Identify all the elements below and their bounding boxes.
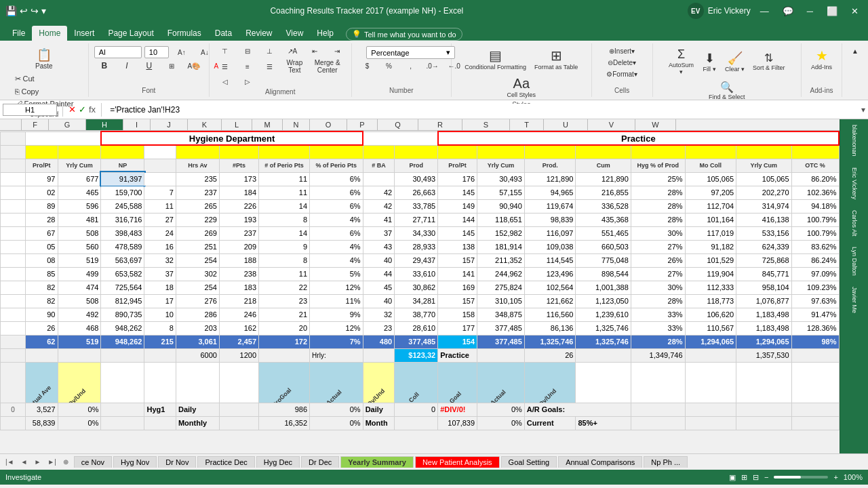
percent-btn[interactable]: % [379, 61, 399, 71]
col-header-p[interactable]: P [347, 119, 378, 130]
col-header-g[interactable]: G [49, 119, 86, 130]
number-format-dropdown[interactable]: Percentage ▾ [366, 46, 455, 59]
orientation-btn[interactable]: ↗A [282, 46, 302, 56]
view-layout-btn[interactable]: ⊞ [741, 473, 747, 482]
next-tab-btn[interactable]: ► [31, 457, 43, 467]
prev-tab-btn[interactable]: ◄ [18, 457, 31, 467]
right-panel-item-1[interactable]: blakenonan [850, 122, 859, 159]
spreadsheet-scroll-area[interactable]: Hygiene Department Practice [0, 131, 840, 453]
close-btn[interactable]: ✕ [847, 5, 863, 18]
tab-goal-setting[interactable]: Goal Setting [501, 456, 557, 468]
tab-dr-nov[interactable]: Dr Nov [158, 456, 196, 468]
currency-btn[interactable]: $ [357, 61, 378, 71]
right-panel-item-2[interactable]: Eric Vickery [850, 165, 859, 202]
insert-cells-btn[interactable]: ⊕ Insert▾ [606, 46, 637, 56]
font-size-box[interactable]: 10 [144, 46, 169, 58]
right-panel-item-4[interactable]: Lyn Dalton [850, 244, 859, 279]
border-btn[interactable]: ⊞ [161, 61, 182, 71]
col-header-v[interactable]: V [588, 119, 635, 130]
align-right-btn[interactable]: ☰ [260, 62, 280, 72]
save-quick-btn[interactable]: 💾 [5, 5, 17, 16]
right-panel-item-3[interactable]: Carlos Alt [850, 207, 859, 239]
tab-hyg-nov[interactable]: Hyg Nov [113, 456, 157, 468]
col-header-k[interactable]: K [188, 119, 222, 130]
indent-increase-btn[interactable]: ⇥ [327, 46, 347, 56]
bold-btn[interactable]: B [94, 60, 115, 72]
ribbon-collapse-btn[interactable]: — [756, 5, 773, 18]
col-header-f[interactable]: F [22, 119, 49, 130]
view-normal-btn[interactable]: ▣ [729, 473, 736, 482]
col-header-s[interactable]: S [462, 119, 510, 130]
delete-cells-btn[interactable]: ⊖ Delete▾ [605, 58, 639, 68]
align-center-btn[interactable]: ≡ [237, 62, 258, 72]
col-header-w[interactable]: W [635, 119, 676, 130]
format-as-table-btn[interactable]: ⊞ Format as Table [532, 46, 580, 72]
tab-annual-comparisons[interactable]: Annual Comparisons [558, 456, 642, 468]
feedback-btn[interactable]: 💬 [778, 5, 797, 18]
clear-btn[interactable]: 🧹 Clear ▾ [722, 49, 747, 74]
col-header-o[interactable]: O [310, 119, 347, 130]
align-bottom-btn[interactable]: ⊥ [260, 46, 280, 56]
cell-styles-btn[interactable]: Aa Cell Styles [505, 75, 539, 100]
fill-btn[interactable]: ⬇ Fill ▾ [699, 49, 719, 74]
tab-home[interactable]: Home [32, 26, 67, 41]
tab-file[interactable]: File [5, 26, 32, 41]
tab-new-patient-analysis[interactable]: New Patient Analysis [415, 456, 500, 468]
fill-color-btn[interactable]: A🎨 [184, 61, 204, 71]
wrap-text-btn[interactable]: Wrap Text [282, 58, 307, 75]
increase-font-btn[interactable]: A↑ [172, 48, 192, 57]
find-select-btn[interactable]: 🔍 Find & Select [706, 79, 748, 102]
font-name-box[interactable]: Al [94, 46, 142, 58]
col-header-t[interactable]: T [510, 119, 544, 130]
formula-input[interactable] [107, 104, 859, 116]
col-header-q[interactable]: Q [378, 119, 418, 130]
tab-hyg-dec[interactable]: Hyg Dec [256, 456, 300, 468]
zoom-slider[interactable] [774, 476, 828, 479]
right-panel-item-5[interactable]: Javier Me [850, 284, 859, 316]
insert-function-btn[interactable]: fx [89, 104, 96, 115]
tab-data[interactable]: Data [208, 26, 239, 41]
col-header-j[interactable]: J [151, 119, 188, 130]
col-header-m[interactable]: M [252, 119, 283, 130]
italic-btn[interactable]: I [117, 60, 137, 72]
tab-formulas[interactable]: Formulas [161, 26, 208, 41]
redo-quick-btn[interactable]: ↪ [31, 5, 39, 16]
add-sheet-btn[interactable]: ⊕ [60, 457, 71, 467]
blank-cell[interactable] [26, 131, 101, 145]
first-tab-btn[interactable]: |◄ [3, 457, 17, 467]
col-header-h[interactable]: H [86, 119, 123, 130]
merge-center-btn[interactable]: Merge & Center [309, 58, 346, 75]
row-num-dec[interactable] [1, 145, 26, 159]
restore-btn[interactable]: ⬜ [823, 5, 842, 18]
view-break-btn[interactable]: ⊟ [753, 473, 759, 482]
name-box[interactable] [3, 104, 57, 116]
col-header-n[interactable]: N [283, 119, 310, 130]
ltr-btn[interactable]: ▷ [237, 77, 258, 87]
undo-quick-btn[interactable]: ↩ [20, 5, 28, 16]
tab-help[interactable]: Help [310, 26, 340, 41]
paste-btn[interactable]: 📋 Paste [31, 46, 58, 71]
comma-btn[interactable]: , [401, 61, 421, 71]
col-header-r[interactable]: R [418, 119, 462, 130]
tell-me-box[interactable]: 💡 Tell me what you want to do [346, 28, 462, 41]
add-ins-btn[interactable]: ★ Add-Ins [808, 46, 835, 72]
tab-insert[interactable]: Insert [67, 26, 101, 41]
confirm-formula-btn[interactable]: ✓ [79, 104, 86, 115]
conditional-formatting-btn[interactable]: ▤ Conditional Formatting [462, 46, 529, 72]
last-tab-btn[interactable]: ►| [45, 457, 59, 467]
collapse-ribbon-btn[interactable]: ▲ [845, 46, 865, 56]
autosum-btn[interactable]: Σ AutoSum▾ [666, 46, 696, 77]
tab-ce-nov[interactable]: ce Nov [74, 456, 112, 468]
sort-filter-btn[interactable]: ⇅ Sort & Filter [750, 50, 788, 73]
formula-expand-btn[interactable]: ▾ [861, 105, 865, 115]
increase-decimal-btn[interactable]: .0→ [422, 61, 443, 71]
copy-btn[interactable]: ⎘ Copy [12, 86, 77, 97]
cut-btn[interactable]: ✂ Cut [12, 73, 77, 85]
tab-yearly-summary[interactable]: Yearly Summary [340, 456, 414, 468]
cancel-formula-btn[interactable]: ✕ [68, 104, 76, 115]
tab-page-layout[interactable]: Page Layout [101, 26, 160, 41]
col-header-u[interactable]: U [544, 119, 588, 130]
rtl-btn[interactable]: ◁ [215, 77, 235, 87]
row-num[interactable] [1, 131, 26, 145]
align-left-btn[interactable]: ☰ [215, 62, 235, 72]
